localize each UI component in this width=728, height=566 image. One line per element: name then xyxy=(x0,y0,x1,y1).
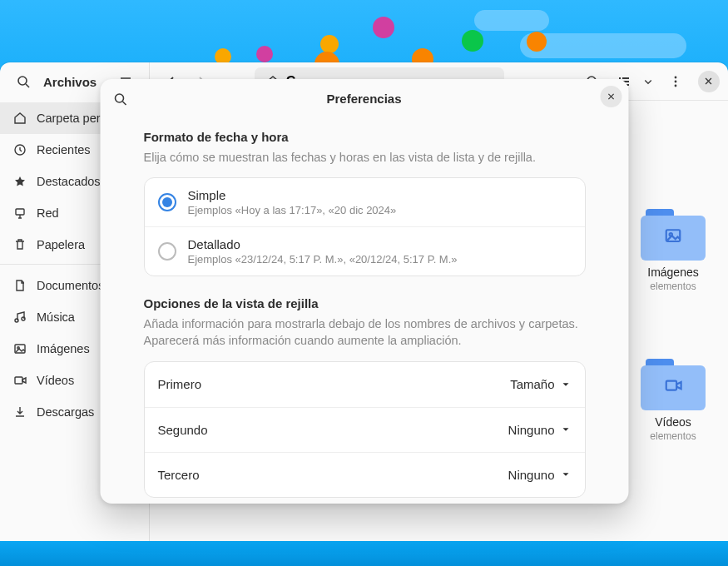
radio-icon xyxy=(157,193,176,211)
dropdown-value: Tamaño xyxy=(510,377,554,391)
folder-label: Imágenes xyxy=(647,266,698,279)
sidebar-item-label: Vídeos xyxy=(37,374,74,387)
dropdown-label: Primero xyxy=(157,377,201,391)
preferences-dialog: Preferencias Formato de fecha y hora Eli… xyxy=(100,79,628,504)
option-sub: Ejemplos «23/12/24, 5:17 P. M.», «20/12/… xyxy=(187,253,457,266)
image-icon xyxy=(664,226,682,245)
folder-label: Vídeos xyxy=(655,415,691,429)
caption-first-dropdown[interactable]: Primero Tamaño xyxy=(144,362,584,407)
dialog-close-button[interactable] xyxy=(600,86,622,107)
svg-rect-20 xyxy=(666,381,676,390)
sidebar-item-label: Papelera xyxy=(37,238,85,251)
view-menu-button[interactable] xyxy=(638,67,658,96)
svg-rect-2 xyxy=(16,209,24,215)
net-icon xyxy=(13,206,27,220)
section-title: Opciones de la vista de rejilla xyxy=(143,296,585,310)
radio-detailed[interactable]: Detallado Ejemplos «23/12/24, 5:17 P. M.… xyxy=(144,226,584,276)
caption-third-dropdown[interactable]: Tercero Ninguno xyxy=(144,452,584,497)
doc-icon xyxy=(13,279,27,292)
svg-point-15 xyxy=(675,76,677,78)
caption-second-dropdown[interactable]: Segundo Ninguno xyxy=(144,407,584,452)
chevron-down-icon xyxy=(559,379,571,390)
music-icon xyxy=(13,310,27,324)
sidebar-item-label: Recientes xyxy=(37,143,90,156)
svg-point-21 xyxy=(115,94,123,102)
dialog-search-button[interactable] xyxy=(106,86,133,112)
close-icon xyxy=(704,77,713,86)
section-title: Formato de fecha y hora xyxy=(143,130,585,144)
window-close-button[interactable] xyxy=(698,71,720,92)
down-icon xyxy=(13,405,27,419)
section-desc: Elija cómo se muestran las fechas y hora… xyxy=(143,149,585,166)
grid-options-group: Primero Tamaño Segundo Ninguno Tercero N… xyxy=(143,361,585,498)
home-icon xyxy=(13,112,27,125)
option-label: Simple xyxy=(187,188,396,202)
svg-point-16 xyxy=(675,80,677,82)
video-icon xyxy=(664,376,682,395)
dropdown-value: Ninguno xyxy=(508,423,554,437)
svg-rect-7 xyxy=(15,377,22,384)
sidebar-item-label: Documentos xyxy=(37,279,104,292)
sidebar-item-label: Música xyxy=(37,310,75,324)
option-label: Detallado xyxy=(187,237,457,251)
app-title: Archivos xyxy=(43,75,106,89)
dialog-title: Preferencias xyxy=(326,92,401,106)
search-icon xyxy=(17,75,30,88)
kebab-icon xyxy=(669,75,682,88)
dropdown-value: Ninguno xyxy=(508,468,554,482)
folder-meta: elementos xyxy=(650,430,696,442)
svg-point-4 xyxy=(22,317,25,320)
folder-meta: elementos xyxy=(650,281,696,292)
option-sub: Ejemplos «Hoy a las 17:17», «20 dic 2024… xyxy=(187,204,396,216)
folder-item[interactable]: Imágenes elementos xyxy=(635,209,711,292)
dropdown-label: Tercero xyxy=(157,468,199,482)
chevron-down-icon xyxy=(559,469,571,480)
video-icon xyxy=(13,374,27,387)
section-desc: Añada información para mostrarla debajo … xyxy=(143,315,585,350)
sidebar-item-label: Red xyxy=(37,206,59,220)
radio-icon xyxy=(157,242,176,261)
dropdown-label: Segundo xyxy=(157,423,207,437)
close-icon xyxy=(607,92,615,101)
search-icon xyxy=(113,92,126,106)
svg-point-17 xyxy=(675,84,677,87)
date-format-group: Simple Ejemplos «Hoy a las 17:17», «20 d… xyxy=(143,177,585,276)
svg-point-3 xyxy=(15,319,18,322)
clock-icon xyxy=(13,143,27,156)
sidebar-item-label: Descargas xyxy=(37,405,94,419)
svg-point-0 xyxy=(18,77,27,85)
radio-simple[interactable]: Simple Ejemplos «Hoy a las 17:17», «20 d… xyxy=(144,178,584,226)
chevron-down-icon xyxy=(643,77,653,87)
main-menu-button[interactable] xyxy=(661,67,690,96)
sidebar-item-label: Destacados xyxy=(37,175,101,188)
star-icon xyxy=(13,175,27,188)
sidebar-item-label: Imágenes xyxy=(37,342,90,355)
image-icon xyxy=(13,342,27,355)
chevron-down-icon xyxy=(559,424,571,435)
sidebar-search-button[interactable] xyxy=(10,68,37,95)
folder-item[interactable]: Vídeos elementos xyxy=(635,359,711,442)
trash-icon xyxy=(13,238,27,251)
